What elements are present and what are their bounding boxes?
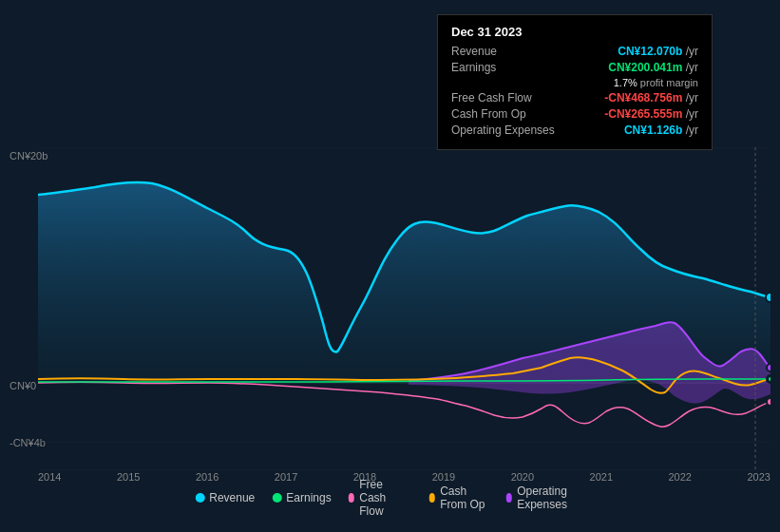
legend-fcf-dot (349, 493, 355, 503)
svg-point-6 (767, 364, 770, 371)
x-label-2014: 2014 (38, 471, 61, 483)
legend-fcf-label: Free Cash Flow (359, 478, 411, 518)
tooltip-margin-value: 1.7% profit margin (614, 77, 698, 88)
legend-revenue: Revenue (195, 491, 255, 504)
tooltip-fcf-label: Free Cash Flow (451, 91, 556, 104)
legend-opex: Operating Expenses (506, 484, 585, 511)
x-label-2023: 2023 (747, 471, 770, 483)
tooltip-cashop-value: -CN¥265.555m /yr (604, 107, 698, 121)
x-label-2015: 2015 (117, 471, 140, 483)
chart-legend: Revenue Earnings Free Cash Flow Cash Fro… (195, 478, 585, 518)
tooltip-opex-value: CN¥1.126b /yr (624, 124, 698, 137)
tooltip-date: Dec 31 2023 (451, 25, 698, 39)
tooltip-fcf-row: Free Cash Flow -CN¥468.756m /yr (451, 91, 698, 104)
tooltip-opex-row: Operating Expenses CN¥1.126b /yr (451, 124, 698, 137)
tooltip-revenue-row: Revenue CN¥12.070b /yr (451, 45, 698, 58)
tooltip-earnings-label: Earnings (451, 61, 556, 74)
tooltip-revenue-label: Revenue (451, 45, 556, 58)
svg-point-9 (768, 376, 770, 382)
chart-svg (38, 147, 770, 470)
tooltip-cashop-row: Cash From Op -CN¥265.555m /yr (451, 107, 698, 121)
x-label-2021: 2021 (590, 471, 613, 483)
tooltip-revenue-value: CN¥12.070b /yr (618, 45, 698, 58)
tooltip-margin-row: 1.7% profit margin (451, 77, 698, 88)
legend-fcf: Free Cash Flow (349, 478, 412, 518)
legend-cashop: Cash From Op (429, 484, 489, 511)
chart-container: Dec 31 2023 Revenue CN¥12.070b /yr Earni… (0, 0, 780, 532)
legend-cashop-label: Cash From Op (440, 484, 488, 511)
tooltip-box: Dec 31 2023 Revenue CN¥12.070b /yr Earni… (437, 14, 713, 150)
legend-cashop-dot (429, 493, 436, 503)
legend-earnings-dot (272, 493, 281, 503)
legend-opex-label: Operating Expenses (517, 484, 585, 511)
tooltip-earnings-row: Earnings CN¥200.041m /yr (451, 61, 698, 74)
y-axis-zero: CN¥0 (10, 380, 36, 391)
legend-revenue-dot (195, 493, 204, 503)
tooltip-fcf-value: -CN¥468.756m /yr (604, 91, 698, 104)
legend-earnings-label: Earnings (286, 491, 331, 504)
svg-point-5 (766, 293, 770, 302)
legend-earnings: Earnings (272, 491, 331, 504)
legend-revenue-label: Revenue (209, 491, 255, 504)
tooltip-earnings-value: CN¥200.041m /yr (608, 61, 698, 74)
tooltip-cashop-label: Cash From Op (451, 107, 556, 121)
svg-point-8 (767, 398, 770, 406)
legend-opex-dot (506, 493, 513, 503)
x-label-2022: 2022 (669, 471, 692, 483)
tooltip-opex-label: Operating Expenses (451, 124, 556, 137)
